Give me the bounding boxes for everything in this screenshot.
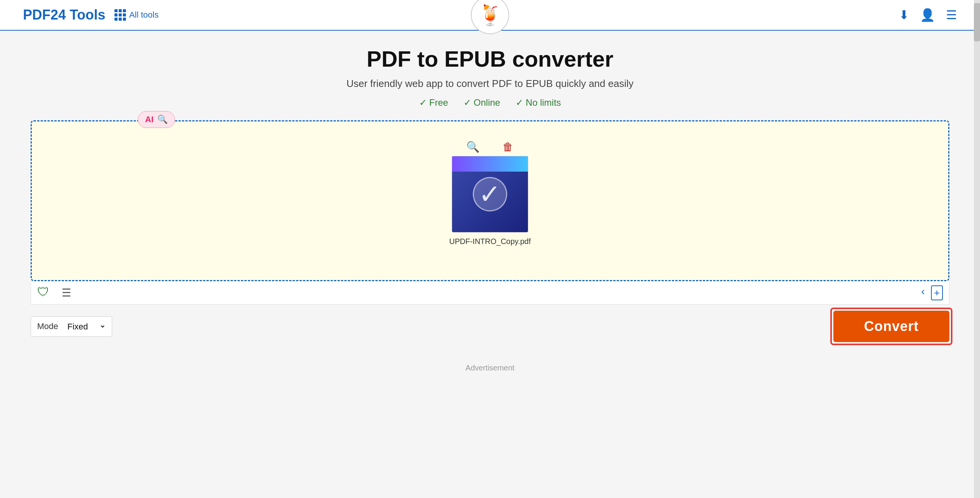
file-thumbnail: ✓	[452, 156, 528, 233]
all-tools-label: All tools	[129, 10, 158, 20]
list-icon[interactable]: ☰	[62, 287, 71, 299]
bottom-left-icons: 🛡 ☰	[37, 285, 71, 300]
header-right: ⬇ 👤 ☰	[899, 8, 957, 22]
main-content: PDF to EPUB converter User friendly web …	[0, 31, 980, 372]
download-icon[interactable]: ⬇	[899, 8, 909, 22]
file-item: 🔍 🗑 ✓ UPDF-INTRO_Copy.pdf	[449, 156, 531, 246]
header: PDF24 Tools All tools 🍹 ⬇ 👤 ☰	[0, 0, 980, 31]
toolbar: Mode Fixed Flowing Convert	[31, 305, 949, 348]
features-list: ✓ Free ✓ Online ✓ No limits	[419, 97, 561, 108]
page-subtitle: User friendly web app to convert PDF to …	[346, 78, 634, 90]
profile-icon[interactable]: 👤	[920, 8, 935, 22]
header-logo-center: 🍹	[471, 0, 509, 34]
file-actions: 🔍 🗑	[466, 141, 513, 153]
scrollbar-thumb[interactable]	[974, 3, 980, 41]
mode-select[interactable]: Fixed Flowing	[63, 320, 106, 333]
add-file-icon[interactable]: +	[931, 285, 943, 300]
ai-badge[interactable]: AI 🔍	[138, 111, 175, 128]
delete-icon[interactable]: 🗑	[503, 141, 513, 153]
grid-icon	[114, 9, 126, 21]
file-name: UPDF-INTRO_Copy.pdf	[449, 237, 531, 246]
shield-icon: 🛡	[37, 285, 52, 300]
thumbnail-check-circle: ✓	[473, 177, 507, 211]
ai-label: AI	[145, 115, 154, 124]
feature-online: ✓ Online	[464, 97, 500, 108]
feature-no-limits: ✓ No limits	[516, 97, 561, 108]
mode-label: Mode	[37, 321, 58, 331]
logo-circle: 🍹	[471, 0, 509, 34]
drop-zone[interactable]: 🔍 🗑 ✓ UPDF-INTRO_Copy.pdf	[31, 120, 949, 281]
feature-free: ✓ Free	[419, 97, 448, 108]
header-left: PDF24 Tools All tools	[23, 7, 158, 23]
logo: PDF24 Tools	[23, 7, 105, 23]
page-title: PDF to EPUB converter	[367, 46, 614, 72]
menu-icon[interactable]: ☰	[946, 8, 957, 22]
convert-button-wrapper: Convert	[833, 311, 949, 342]
logo-blender-icon: 🍹	[478, 3, 503, 27]
drop-zone-bottom-bar: 🛡 ☰ ‹ +	[31, 281, 949, 305]
search-badge-icon: 🔍	[157, 115, 168, 124]
thumbnail-check-icon: ✓	[479, 179, 501, 210]
advertisement-text: Advertisement	[466, 364, 514, 372]
mode-group: Mode Fixed Flowing	[31, 316, 112, 337]
bottom-right-icons: ‹ +	[921, 285, 943, 300]
chevron-left-icon[interactable]: ‹	[921, 285, 924, 300]
convert-button[interactable]: Convert	[833, 311, 949, 342]
advertisement-label: Advertisement	[466, 364, 514, 372]
thumbnail-header-bar	[452, 156, 528, 172]
drop-zone-wrapper: 🔍 🗑 ✓ UPDF-INTRO_Copy.pdf 🛡 ☰ ‹	[31, 120, 949, 305]
scrollbar[interactable]	[974, 0, 980, 498]
all-tools-link[interactable]: All tools	[114, 9, 158, 21]
zoom-icon[interactable]: 🔍	[466, 141, 480, 153]
